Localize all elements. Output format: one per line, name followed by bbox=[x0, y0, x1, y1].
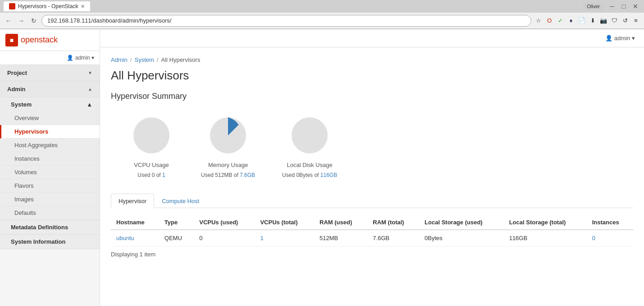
charts-row: VCPU Usage Used 0 of 1 bbox=[111, 108, 633, 183]
disk-sublabel: Used 0Bytes of 116GB bbox=[282, 172, 337, 178]
openstack-logo: ■ openstack bbox=[5, 34, 58, 46]
col-vcpus-total: VCPUs (total) bbox=[255, 215, 314, 230]
metadata-header[interactable]: Metadata Definitions bbox=[0, 220, 100, 234]
admin-dropdown[interactable]: 👤 admin ▾ bbox=[67, 55, 94, 61]
favicon-icon bbox=[9, 3, 15, 9]
col-vcpus-used: VCPUs (used) bbox=[194, 215, 255, 230]
system-label: System bbox=[11, 101, 32, 108]
memory-pie bbox=[206, 113, 251, 158]
cell-vcpus-used: 0 bbox=[194, 230, 255, 246]
cell-type: QEMU bbox=[159, 230, 194, 246]
logo-text: openstack bbox=[21, 35, 58, 45]
cell-local-storage-used: 0Bytes bbox=[419, 230, 504, 246]
vcpu-chart: VCPU Usage Used 0 of 1 bbox=[129, 113, 174, 178]
sidebar-item-flavors[interactable]: Flavors bbox=[0, 179, 100, 193]
sidebar-header: ■ openstack bbox=[0, 29, 100, 51]
forward-button[interactable]: → bbox=[16, 16, 26, 26]
sidebar: ■ openstack 👤 admin ▾ Project ▼ Admin ▲ bbox=[0, 29, 100, 306]
user-menu-label: admin ▾ bbox=[614, 35, 635, 42]
project-chevron-icon: ▼ bbox=[88, 70, 92, 75]
cell-local-storage-total: 116GB bbox=[504, 230, 587, 246]
sidebar-item-host-aggregates[interactable]: Host Aggregates bbox=[0, 139, 100, 152]
tab-title: Hypervisors - OpenStack bbox=[18, 3, 78, 9]
metadata-subsection: Metadata Definitions bbox=[0, 220, 100, 235]
sidebar-item-images[interactable]: Images bbox=[0, 193, 100, 206]
refresh-icon[interactable]: ↺ bbox=[621, 16, 630, 25]
memory-label: Memory Usage bbox=[208, 162, 248, 168]
hostname-link[interactable]: ubuntu bbox=[116, 235, 134, 241]
table-row: ubuntu QEMU 0 1 512MB 7.6GB 0Bytes 116GB… bbox=[111, 230, 633, 246]
instances-value: 0 bbox=[592, 235, 595, 241]
disk-chart: Local Disk Usage Used 0Bytes of 116GB bbox=[282, 113, 337, 178]
minimize-button[interactable]: ─ bbox=[607, 1, 617, 11]
system-subsection-header[interactable]: System ▲ bbox=[0, 97, 100, 111]
section-title: Hypervisor Summary bbox=[111, 92, 633, 101]
download-icon[interactable]: ⬇ bbox=[588, 16, 597, 25]
cell-hostname: ubuntu bbox=[111, 230, 159, 246]
back-button[interactable]: ← bbox=[4, 16, 14, 26]
vcpu-pie bbox=[129, 113, 174, 158]
tabs: Hypervisor Compute Host bbox=[111, 194, 633, 208]
breadcrumb-sep-1: / bbox=[130, 56, 132, 63]
system-chevron-icon: ▲ bbox=[87, 101, 92, 108]
system-info-label: System Information bbox=[11, 238, 65, 245]
project-section-header[interactable]: Project ▼ bbox=[0, 65, 100, 81]
table-footer: Displaying 1 item bbox=[111, 251, 633, 258]
tab-compute-host[interactable]: Compute Host bbox=[154, 194, 207, 208]
breadcrumb: Admin / System / All Hypervisors bbox=[111, 56, 633, 63]
reload-button[interactable]: ↻ bbox=[29, 16, 39, 26]
user-icon: 👤 bbox=[605, 35, 612, 42]
address-text: 192.168.178.111/dashboard/admin/hypervis… bbox=[47, 17, 171, 24]
col-local-storage-total: Local Storage (total) bbox=[504, 215, 587, 230]
tab-hypervisor[interactable]: Hypervisor bbox=[111, 194, 154, 208]
maximize-button[interactable]: □ bbox=[619, 1, 629, 11]
admin-section-header[interactable]: Admin ▲ bbox=[0, 81, 100, 97]
memory-sublabel: Used 512MB of 7.6GB bbox=[201, 172, 255, 178]
top-nav-user[interactable]: 👤 admin ▾ bbox=[605, 35, 635, 42]
col-instances: Instances bbox=[587, 215, 633, 230]
metadata-label: Metadata Definitions bbox=[11, 224, 68, 231]
browser-tab[interactable]: Hypervisors - OpenStack ✕ bbox=[4, 1, 90, 11]
address-bar[interactable]: 192.168.178.111/dashboard/admin/hypervis… bbox=[41, 15, 531, 27]
close-window-button[interactable]: ✕ bbox=[630, 1, 640, 11]
disk-pie bbox=[287, 113, 332, 158]
shield-icon[interactable]: 🛡 bbox=[610, 16, 619, 25]
user-label: Oliver bbox=[583, 3, 603, 10]
system-info-header[interactable]: System Information bbox=[0, 235, 100, 249]
hypervisor-table: Hostname Type VCPUs (used) VCPUs (total)… bbox=[111, 215, 633, 246]
cell-instances: 0 bbox=[587, 230, 633, 246]
breadcrumb-system[interactable]: System bbox=[134, 56, 154, 63]
system-info-subsection: System Information bbox=[0, 235, 100, 249]
admin-icon: 👤 bbox=[67, 55, 73, 61]
browser-chrome: Hypervisors - OpenStack ✕ Oliver ─ □ ✕ ←… bbox=[0, 0, 644, 29]
menu-icon[interactable]: ≡ bbox=[631, 16, 640, 25]
sidebar-item-overview[interactable]: Overview bbox=[0, 111, 100, 125]
sidebar-item-hypervisors[interactable]: Hypervisors bbox=[0, 125, 100, 139]
toolbar-icons: ☆ O ✓ ♦ 📄 ⬇ 📷 🛡 ↺ ≡ bbox=[534, 16, 640, 25]
main-content: 👤 admin ▾ Admin / System / All Hyperviso… bbox=[100, 29, 644, 306]
memory-chart: Memory Usage Used 512MB of 7.6GB bbox=[201, 113, 255, 178]
opera-icon[interactable]: O bbox=[545, 16, 554, 25]
vcpus-total-value: 1 bbox=[260, 235, 263, 241]
sidebar-section-admin: Admin ▲ System ▲ Overview Hypervisors Ho… bbox=[0, 81, 100, 249]
breadcrumb-current: All Hypervisors bbox=[161, 56, 200, 63]
browser-titlebar: Hypervisors - OpenStack ✕ Oliver ─ □ ✕ bbox=[0, 0, 644, 13]
sidebar-item-instances[interactable]: Instances bbox=[0, 152, 100, 166]
content-area: Admin / System / All Hypervisors All Hyp… bbox=[100, 47, 644, 267]
table-header-row: Hostname Type VCPUs (used) VCPUs (total)… bbox=[111, 215, 633, 230]
col-ram-used: RAM (used) bbox=[314, 215, 367, 230]
breadcrumb-admin[interactable]: Admin bbox=[111, 56, 128, 63]
camera-icon[interactable]: 📷 bbox=[599, 16, 608, 25]
sidebar-item-defaults[interactable]: Defaults bbox=[0, 206, 100, 220]
vcpu-sublabel: Used 0 of 1 bbox=[137, 172, 165, 178]
breadcrumb-sep-2: / bbox=[157, 56, 159, 63]
admin-menu-label: admin ▾ bbox=[75, 55, 94, 61]
check-icon[interactable]: ✓ bbox=[556, 16, 565, 25]
vcpu-label: VCPU Usage bbox=[134, 162, 169, 168]
page-icon[interactable]: 📄 bbox=[577, 16, 586, 25]
bookmark-icon[interactable]: ♦ bbox=[566, 16, 575, 25]
sidebar-item-volumes[interactable]: Volumes bbox=[0, 166, 100, 179]
top-nav: 👤 admin ▾ bbox=[100, 29, 644, 47]
star-icon[interactable]: ☆ bbox=[534, 16, 543, 25]
tab-close-icon[interactable]: ✕ bbox=[81, 4, 85, 9]
